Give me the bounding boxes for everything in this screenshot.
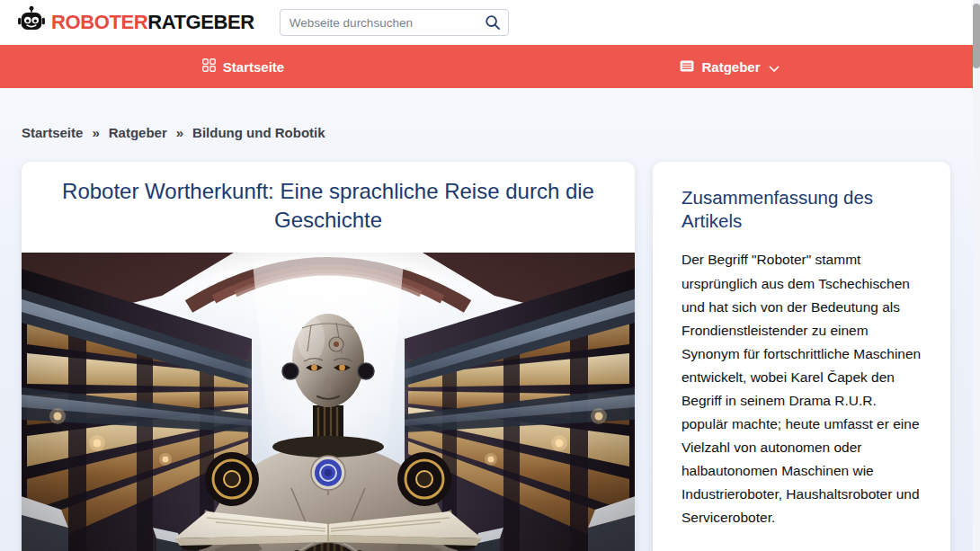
nav-column-right: Ratgeber <box>486 45 973 88</box>
search-input[interactable] <box>280 9 509 36</box>
chevron-down-icon <box>769 60 780 76</box>
brand-name-secondary: RATGEBER <box>147 11 254 33</box>
brand-name: ROBOTERRATGEBER <box>51 13 254 32</box>
site-search <box>280 9 509 36</box>
breadcrumb-item-startseite[interactable]: Startseite <box>22 126 83 140</box>
breadcrumb-item-ratgeber[interactable]: Ratgeber <box>109 126 167 140</box>
scrollbar-track[interactable] <box>973 0 980 551</box>
nav-item-startseite[interactable]: Startseite <box>202 58 284 75</box>
site-header: ROBOTERRATGEBER <box>0 0 973 45</box>
article-card: Roboter Wortherkunft: Eine sprachliche R… <box>22 162 635 551</box>
document-icon <box>680 59 694 75</box>
grid-icon <box>202 58 216 75</box>
content-area: Roboter Wortherkunft: Eine sprachliche R… <box>0 162 973 551</box>
breadcrumb-item-current: Bildung und Robotik <box>192 126 325 140</box>
article-title: Roboter Wortherkunft: Eine sprachliche R… <box>59 177 597 235</box>
breadcrumb-separator: » <box>92 126 99 140</box>
breadcrumb-separator: » <box>176 126 183 140</box>
article-hero-image <box>22 253 635 551</box>
summary-card: Zusammenfassung des Artikels Der Begriff… <box>653 162 950 551</box>
summary-text: Der Begriff "Roboter" stammt ursprünglic… <box>682 248 922 529</box>
nav-item-ratgeber[interactable]: Ratgeber <box>680 58 779 76</box>
nav-item-label: Ratgeber <box>701 59 760 75</box>
breadcrumb: Startseite » Ratgeber » Bildung und Robo… <box>22 126 973 140</box>
magnifier-icon[interactable] <box>485 14 501 34</box>
nav-column-left: Startseite <box>0 45 486 88</box>
page: ROBOTERRATGEBER <box>0 0 973 551</box>
brand-logo[interactable]: ROBOTERRATGEBER <box>16 5 254 40</box>
main-nav: Startseite Ratgeber <box>0 45 973 88</box>
scrollbar-thumb[interactable] <box>973 4 980 68</box>
nav-item-label: Startseite <box>223 59 284 75</box>
robot-icon <box>16 5 47 40</box>
brand-name-primary: ROBOTER <box>51 11 147 33</box>
summary-title: Zusammenfassung des Artikels <box>682 186 922 233</box>
